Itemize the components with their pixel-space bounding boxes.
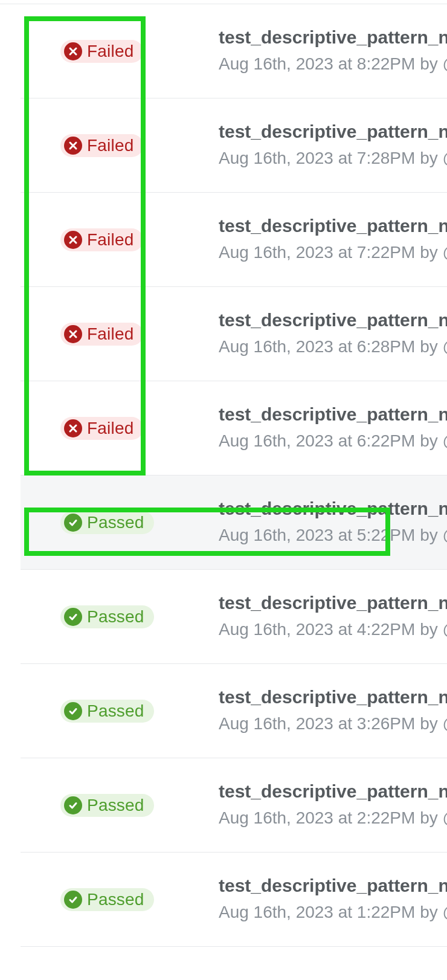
test-meta: Aug 16th, 2023 at 6:28PM by @in (219, 336, 447, 358)
x-circle-icon (64, 419, 82, 437)
x-circle-icon (64, 137, 82, 155)
status-badge: Failed (60, 417, 143, 440)
list-item[interactable]: Failed test_descriptive_pattern_na Aug 1… (21, 4, 447, 98)
list-item[interactable]: Failed test_descriptive_pattern_na Aug 1… (21, 287, 447, 381)
status-badge: Failed (60, 228, 143, 251)
status-label: Passed (87, 703, 144, 720)
test-name: test_descriptive_pattern_na (219, 781, 447, 802)
status-label: Failed (87, 326, 133, 343)
text-col: test_descriptive_pattern_na Aug 16th, 20… (219, 875, 447, 923)
status-col: Failed (60, 417, 219, 440)
text-col: test_descriptive_pattern_na Aug 16th, 20… (219, 309, 447, 358)
status-col: Passed (60, 794, 219, 817)
status-label: Failed (87, 231, 133, 248)
status-label: Passed (87, 514, 144, 531)
check-circle-icon (64, 514, 82, 532)
status-label: Failed (87, 43, 133, 60)
x-circle-icon (64, 231, 82, 249)
status-col: Failed (60, 228, 219, 251)
test-meta: Aug 16th, 2023 at 2:22PM by @in (219, 807, 447, 829)
status-badge: Failed (60, 40, 143, 63)
status-label: Passed (87, 797, 144, 814)
status-col: Passed (60, 511, 219, 534)
status-badge: Passed (60, 605, 154, 628)
test-name: test_descriptive_pattern_na (219, 498, 447, 520)
status-badge: Passed (60, 511, 154, 534)
test-name: test_descriptive_pattern_na (219, 592, 447, 614)
list-item[interactable]: Failed test_descriptive_pattern_na Aug 1… (21, 381, 447, 475)
list-item[interactable]: Passed test_descriptive_pattern_na Aug 1… (21, 758, 447, 853)
list-item[interactable]: Failed test_descriptive_pattern_na Aug 1… (21, 193, 447, 287)
status-col: Passed (60, 888, 219, 911)
test-name: test_descriptive_pattern_na (219, 27, 447, 48)
text-col: test_descriptive_pattern_na Aug 16th, 20… (219, 121, 447, 169)
text-col: test_descriptive_pattern_na Aug 16th, 20… (219, 27, 447, 75)
x-circle-icon (64, 42, 82, 60)
text-col: test_descriptive_pattern_na Aug 16th, 20… (219, 686, 447, 735)
test-name: test_descriptive_pattern_na (219, 121, 447, 143)
list-item[interactable]: Passed test_descriptive_pattern_na Aug 1… (21, 475, 447, 570)
status-col: Failed (60, 134, 219, 157)
status-col: Passed (60, 700, 219, 723)
list-item[interactable]: Passed test_descriptive_pattern_na Aug 1… (21, 664, 447, 758)
x-circle-icon (64, 325, 82, 343)
status-col: Failed (60, 323, 219, 346)
test-name: test_descriptive_pattern_na (219, 686, 447, 708)
test-meta: Aug 16th, 2023 at 1:22PM by @ins (219, 901, 447, 923)
test-meta: Aug 16th, 2023 at 3:26PM by @in (219, 713, 447, 735)
text-col: test_descriptive_pattern_na Aug 16th, 20… (219, 498, 447, 546)
status-badge: Passed (60, 888, 154, 911)
text-col: test_descriptive_pattern_na Aug 16th, 20… (219, 781, 447, 829)
status-badge: Failed (60, 134, 143, 157)
test-meta: Aug 16th, 2023 at 4:22PM by @in (219, 619, 447, 640)
status-label: Passed (87, 608, 144, 625)
status-label: Failed (87, 420, 133, 437)
list-item[interactable]: Failed test_descriptive_pattern_na Aug 1… (21, 98, 447, 193)
status-badge: Passed (60, 794, 154, 817)
status-col: Failed (60, 40, 219, 63)
test-meta: Aug 16th, 2023 at 5:22PM by @in (219, 524, 447, 546)
test-meta: Aug 16th, 2023 at 7:28PM by @in (219, 147, 447, 169)
status-label: Passed (87, 891, 144, 908)
test-name: test_descriptive_pattern_na (219, 404, 447, 425)
test-name: test_descriptive_pattern_na (219, 875, 447, 897)
check-circle-icon (64, 891, 82, 909)
list-item[interactable]: Passed test_descriptive_pattern_na Aug 1… (21, 570, 447, 664)
status-label: Failed (87, 137, 133, 154)
text-col: test_descriptive_pattern_na Aug 16th, 20… (219, 404, 447, 452)
status-badge: Failed (60, 323, 143, 346)
test-meta: Aug 16th, 2023 at 6:22PM by @in (219, 430, 447, 452)
test-run-list: Failed test_descriptive_pattern_na Aug 1… (0, 4, 447, 947)
test-name: test_descriptive_pattern_na (219, 215, 447, 237)
text-col: test_descriptive_pattern_na Aug 16th, 20… (219, 215, 447, 263)
check-circle-icon (64, 796, 82, 814)
list-item[interactable]: Passed test_descriptive_pattern_na Aug 1… (21, 853, 447, 947)
test-meta: Aug 16th, 2023 at 8:22PM by @in (219, 53, 447, 75)
status-col: Passed (60, 605, 219, 628)
status-badge: Passed (60, 700, 154, 723)
test-name: test_descriptive_pattern_na (219, 309, 447, 331)
check-circle-icon (64, 608, 82, 626)
text-col: test_descriptive_pattern_na Aug 16th, 20… (219, 592, 447, 640)
check-circle-icon (64, 702, 82, 720)
test-meta: Aug 16th, 2023 at 7:22PM by @in (219, 242, 447, 263)
